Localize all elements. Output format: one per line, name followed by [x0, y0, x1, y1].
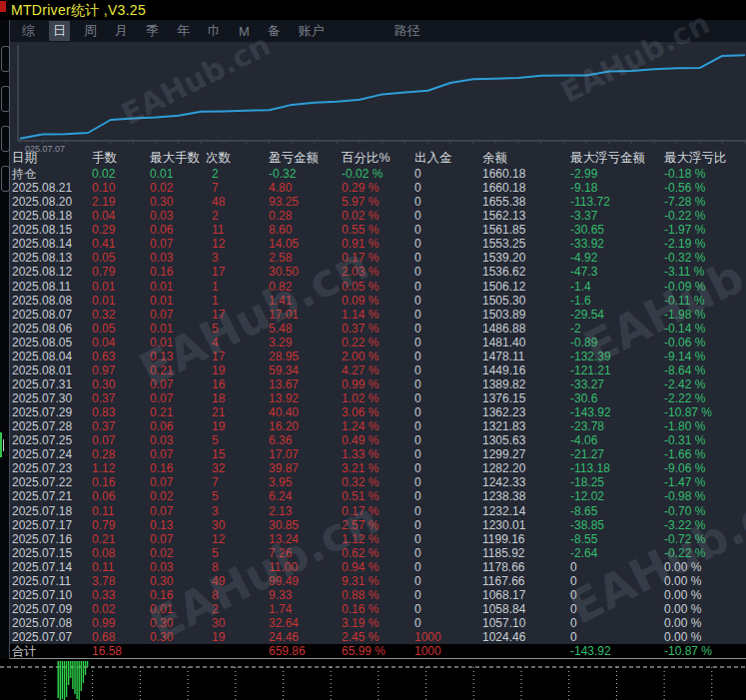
table-row[interactable]: 2025.08.010.970.211959.344.27 %01449.16-…: [10, 363, 746, 377]
cell: 0.37 %: [341, 323, 413, 335]
table-row[interactable]: 2025.08.070.320.071717.011.14 %01503.89-…: [10, 308, 746, 322]
column-header-2: 最大手数: [149, 152, 206, 167]
cell: -0.14 %: [663, 323, 746, 335]
cell: -2: [569, 323, 663, 335]
cell: 1481.40: [481, 337, 569, 349]
cell: 0.00 %: [663, 631, 746, 643]
cell: 19: [206, 631, 268, 643]
table-row[interactable]: 2025.07.170.790.133030.852.57 %01230.01-…: [10, 518, 746, 532]
menu-item-summary[interactable]: 综: [18, 21, 39, 41]
table-row[interactable]: 2025.08.180.040.0320.280.02 %01562.13-3.…: [10, 209, 746, 223]
table-row[interactable]: 2025.08.210.100.0274.800.29 %01660.18-9.…: [10, 181, 746, 195]
cell: 0: [413, 392, 481, 404]
cell: 0: [413, 378, 481, 390]
cell: -30.6: [569, 392, 663, 404]
cell: 2025.08.07: [10, 309, 91, 321]
cell: 2025.07.31: [10, 378, 91, 390]
table-row[interactable]: 2025.08.040.630.131728.952.00 %01478.11-…: [10, 350, 746, 363]
cell: 3: [206, 252, 268, 264]
table-row[interactable]: 2025.07.090.020.0121.740.16 %01058.8400.…: [10, 602, 746, 616]
table-row[interactable]: 2025.07.240.280.071517.071.33 %01299.27-…: [10, 447, 746, 461]
menu-item-day[interactable]: 日: [49, 21, 70, 41]
table-row[interactable]: 2025.07.250.070.0356.360.49 %01305.63-4.…: [10, 433, 746, 447]
cell: -0.11 %: [663, 295, 746, 307]
menu-item-account[interactable]: 账户: [295, 21, 329, 41]
cell: 2025.08.15: [10, 224, 91, 236]
table-row[interactable]: 2025.07.080.990.303032.643.19 %01057.100…: [10, 616, 746, 630]
cell: 0.07: [149, 238, 206, 250]
table-row[interactable]: 2025.07.070.680.301924.462.45 %10001024.…: [10, 630, 746, 644]
cell: 0: [569, 631, 663, 643]
cell: 2.00 %: [341, 350, 413, 362]
cell: 0: [413, 420, 481, 432]
cell: 19: [206, 364, 268, 376]
cell: 0: [569, 575, 663, 587]
cell: 7: [206, 182, 268, 194]
cell: 2025.08.21: [10, 182, 91, 194]
cell: 0: [413, 476, 481, 488]
balance-line-chart: [10, 42, 746, 152]
table-row[interactable]: 2025.08.202.190.304893.255.97 %01655.38-…: [10, 195, 746, 209]
table-row[interactable]: 2025.07.231.120.163239.873.21 %01282.20-…: [10, 461, 746, 475]
cell: 2: [206, 210, 268, 222]
cell: 0.16: [149, 589, 206, 601]
menu-item-bei[interactable]: 备: [264, 21, 285, 41]
table-row[interactable]: 2025.08.150.290.06118.600.55 %01561.85-3…: [10, 223, 746, 237]
cell: 16.58: [91, 645, 149, 657]
cell: 0.68: [91, 631, 149, 643]
table-row[interactable]: 2025.08.050.040.0143.290.22 %01481.40-0.…: [10, 336, 746, 350]
table-row[interactable]: 2025.08.130.050.0332.580.17 %01539.20-4.…: [10, 251, 746, 265]
cell: -3.22 %: [663, 519, 746, 531]
menu-item-jin[interactable]: 巾: [204, 21, 225, 41]
table-row[interactable]: 2025.07.310.300.071613.670.99 %01389.82-…: [10, 377, 746, 391]
menu-item-week[interactable]: 周: [80, 21, 101, 41]
cell: 0: [413, 364, 481, 376]
cell: 0: [569, 617, 663, 629]
cell: -8.55: [569, 533, 663, 545]
table-row[interactable]: 2025.08.140.410.071214.050.91 %01553.25-…: [10, 237, 746, 251]
menu-item-m[interactable]: M: [235, 23, 254, 40]
menu-item-month[interactable]: 月: [111, 21, 132, 41]
cell: 0.63: [91, 350, 149, 362]
cell: 1503.89: [481, 309, 569, 321]
menu-item-quarter[interactable]: 季: [142, 21, 163, 41]
cell: 0.03: [149, 561, 206, 573]
table-row[interactable]: 2025.08.110.010.0110.820.05 %01506.12-1.…: [10, 280, 746, 294]
cell: 0: [413, 434, 481, 446]
cell: 2025.08.18: [10, 210, 91, 222]
menu-item-path[interactable]: 路径: [390, 21, 424, 41]
position-row[interactable]: 持仓0.020.012-0.32-0.02 %01660.18-2.99-0.1…: [10, 167, 746, 181]
title-bar[interactable]: MTDriver统计 ,V3.25: [0, 0, 746, 20]
total-row[interactable]: 合计16.58659.8665.99 %1000-143.92-10.87 %: [10, 644, 746, 659]
cell: 2: [206, 603, 268, 615]
table-row[interactable]: 2025.07.280.370.061916.201.24 %01321.83-…: [10, 419, 746, 433]
table-row[interactable]: 2025.07.300.370.071813.921.02 %01376.15-…: [10, 391, 746, 405]
cell: 1238.38: [481, 490, 569, 502]
cell: 3.95: [268, 476, 341, 488]
table-row[interactable]: 2025.07.220.160.0773.950.32 %01242.33-18…: [10, 475, 746, 489]
table-row[interactable]: 2025.07.180.110.0732.130.17 %01232.14-8.…: [10, 504, 746, 518]
cell: -0.22 %: [663, 547, 746, 559]
table-row[interactable]: 2025.07.160.210.071213.241.12 %01199.16-…: [10, 532, 746, 546]
cell: 28.95: [268, 350, 341, 362]
cell: 1449.16: [481, 364, 569, 376]
cell: 0.00 %: [663, 575, 746, 587]
table-row[interactable]: 2025.07.140.110.03811.000.94 %01178.6600…: [10, 560, 746, 574]
table-row[interactable]: 2025.08.120.790.161730.502.03 %01536.62-…: [10, 265, 746, 279]
cell: 8: [206, 561, 268, 573]
table-row[interactable]: 2025.07.113.780.304999.499.31 %01167.660…: [10, 574, 746, 588]
table-row[interactable]: 2025.07.290.830.212140.403.06 %01362.23-…: [10, 405, 746, 419]
table-row[interactable]: 2025.08.060.050.0155.480.37 %01486.88-2-…: [10, 322, 746, 336]
cell: -0.22 %: [663, 210, 746, 222]
cell: 2025.08.12: [10, 266, 91, 278]
volume-bar: [87, 661, 88, 667]
table-row[interactable]: 2025.07.100.330.1689.330.88 %01068.1700.…: [10, 588, 746, 602]
menu-item-year[interactable]: 年: [173, 21, 194, 41]
table-row[interactable]: 2025.07.150.080.0257.260.62 %01185.92-2.…: [10, 546, 746, 560]
table-row[interactable]: 2025.07.210.060.0256.240.51 %01238.38-12…: [10, 489, 746, 503]
table-row[interactable]: 2025.08.080.010.0111.410.09 %01505.30-1.…: [10, 294, 746, 308]
cell: 99.49: [268, 575, 341, 587]
cell: 2025.08.06: [10, 323, 91, 335]
cell: -4.92: [569, 252, 663, 264]
cell: 0.02: [149, 182, 206, 194]
